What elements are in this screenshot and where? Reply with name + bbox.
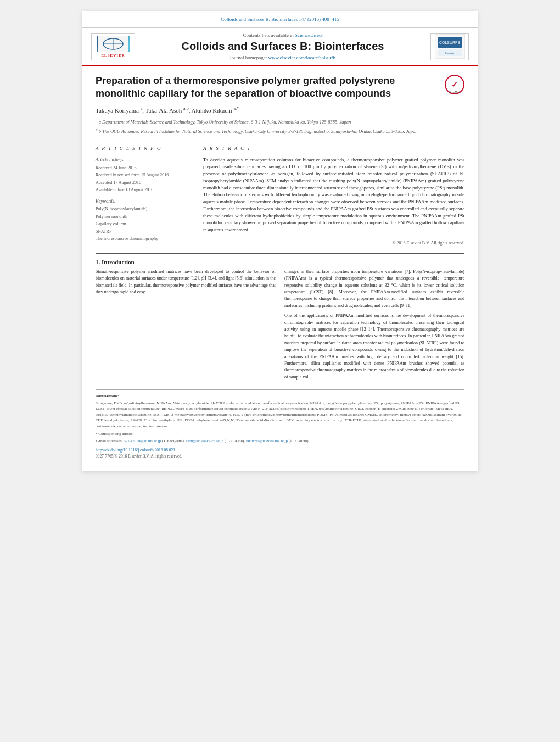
article-info-column: A R T I C L E I N F O Article history: R… <box>96 141 194 246</box>
article-title-row: Preparation of a thermoresponsive polyme… <box>96 75 464 101</box>
affiliations: a a Department of Materials Science and … <box>96 118 464 135</box>
sciencedirect-link[interactable]: ScienceDirect <box>295 32 322 38</box>
elsevier-logo-image <box>97 36 130 52</box>
svg-text:Elsevier: Elsevier <box>445 52 455 55</box>
copyright: © 2016 Elsevier B.V. All rights reserved… <box>203 238 464 246</box>
elsevier-logo: ELSEVIER <box>91 33 135 60</box>
intro-left-col: Stimuli-responsive polymer modified matr… <box>96 269 276 384</box>
svg-text:COLSURFB: COLSURFB <box>439 41 460 44</box>
svg-text:CrossMark: CrossMark <box>449 91 460 93</box>
keywords-label: Keywords: <box>96 198 194 204</box>
footnotes-section: Abbreviations: St, styrene; DVB, m/p-div… <box>96 389 464 460</box>
keyword-2: Polymer monolith <box>96 213 194 221</box>
keywords-list: Poly(N-isopropylacrylamide) Polymer mono… <box>96 205 194 243</box>
corresponding-star: * Corresponding author. <box>96 432 133 436</box>
corresponding-note: * Corresponding author. <box>96 431 464 437</box>
issn-line: 0927-7765/© 2016 Elsevier B.V. All right… <box>96 453 464 459</box>
received-date: Received 24 June 2016 <box>96 164 194 172</box>
available-online-date: Available online 18 August 2016 <box>96 186 194 194</box>
abbreviations-title: Abbreviations: <box>96 393 464 399</box>
affiliation-b: b b The OCU Advanced Research Institute … <box>96 127 464 135</box>
crossmark-badge: ✓ CrossMark <box>445 75 464 94</box>
journal-title: Colloids and Surfaces B: Biointerfaces <box>135 40 430 53</box>
introduction-body: Stimuli-responsive polymer modified matr… <box>96 269 464 384</box>
introduction-section: 1. Introduction Stimuli-responsive polym… <box>96 253 464 384</box>
accepted-date: Accepted 17 August 2016 <box>96 179 194 187</box>
journal-top-row: ELSEVIER Contents lists available at Sci… <box>82 28 478 66</box>
affiliation-a: a a Department of Materials Science and … <box>96 118 464 126</box>
contents-line: Contents lists available at ScienceDirec… <box>135 32 430 38</box>
received-revised-date: Received in revised form 15 August 2016 <box>96 171 194 179</box>
history-label: Article history: <box>96 157 194 162</box>
email-link-3[interactable]: kikuchia@rs.noda.tus.ac.jp <box>246 439 288 443</box>
journal-logo-right: COLSURFB Elsevier <box>430 33 469 60</box>
article-meta-section: A R T I C L E I N F O Article history: R… <box>96 141 464 246</box>
doi-line: http://dx.doi.org/10.1016/j.colsurfb.201… <box>96 447 464 453</box>
keyword-3: Capillary column <box>96 220 194 228</box>
intro-right-col: changes in their surface properties upon… <box>284 269 464 384</box>
keyword-5: Thermoresponsive chromatography <box>96 235 194 243</box>
journal-center: Contents lists available at ScienceDirec… <box>135 32 430 60</box>
authors: Takuya Koriyama a, Taka-Aki Asoh a,b, Ak… <box>96 106 464 114</box>
keyword-1: Poly(N-isopropylacrylamide) <box>96 205 194 213</box>
introduction-heading: 1. Introduction <box>96 259 464 265</box>
homepage-link[interactable]: www.elsevier.com/locate/colsurfb <box>268 55 335 60</box>
journal-banner-text: Colloids and Surfaces B: Biointerfaces 1… <box>93 16 467 22</box>
journal-banner: Colloids and Surfaces B: Biointerfaces 1… <box>82 11 478 28</box>
keyword-4: SI-ATRP <box>96 228 194 236</box>
elsevier-text: ELSEVIER <box>101 53 125 58</box>
email-link-2[interactable]: asoh@sci.osaka-cu.ac.jp <box>186 439 223 443</box>
intro-right-text-2: One of the applications of PNIPAAm modif… <box>284 313 464 381</box>
abbreviations-text: St, styrene; DVB, m/p-divinylbenzene; NI… <box>96 400 464 429</box>
article-dates: Received 24 June 2016 Received in revise… <box>96 164 194 194</box>
abstract-label: A B S T R A C T <box>203 146 464 153</box>
intro-left-text: Stimuli-responsive polymer modified matr… <box>96 269 276 296</box>
abstract-text: To develop aqueous microseparation colum… <box>203 157 464 233</box>
doi-link[interactable]: http://dx.doi.org/10.1016/j.colsurfb.201… <box>96 448 175 453</box>
email-line: E-mail addresses: 321.47010@ed.tus.ac.jp… <box>96 438 464 444</box>
abstract-column: A B S T R A C T To develop aqueous micro… <box>203 141 464 246</box>
intro-right-text-1: changes in their surface properties upon… <box>284 269 464 309</box>
email-link-1[interactable]: 321.47010@ed.tus.ac.jp <box>124 439 161 443</box>
article-info-label: A R T I C L E I N F O <box>96 146 194 153</box>
page: Colloids and Surfaces B: Biointerfaces 1… <box>82 11 478 471</box>
svg-text:✓: ✓ <box>451 80 458 89</box>
homepage-line: journal homepage: www.elsevier.com/locat… <box>135 55 430 60</box>
article-title: Preparation of a thermoresponsive polyme… <box>96 75 439 101</box>
article-content: Preparation of a thermoresponsive polyme… <box>82 66 478 471</box>
